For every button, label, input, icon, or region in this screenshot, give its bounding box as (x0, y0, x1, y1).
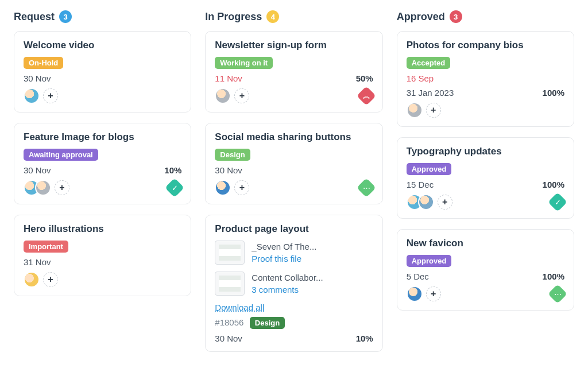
avatar[interactable] (215, 88, 231, 104)
column-count-badge: 3 (59, 10, 72, 23)
add-assignee-button[interactable]: + (55, 180, 69, 195)
add-assignee-button[interactable]: + (426, 103, 441, 118)
attachment-thumbnail[interactable] (215, 272, 245, 296)
assignee-list: + (407, 194, 452, 210)
task-card[interactable]: Newsletter sign-up form Working on it 11… (205, 31, 382, 113)
attachment-row: Content Collabor... 3 comments (215, 272, 373, 296)
task-card[interactable]: Typography updates Approved 15 Dec 100% … (397, 137, 574, 219)
add-assignee-button[interactable]: + (234, 180, 249, 195)
task-progress: 100% (543, 272, 564, 281)
add-assignee-button[interactable]: + (438, 195, 452, 210)
more-icon: ⋯ (548, 284, 567, 304)
avatar[interactable] (24, 88, 40, 104)
task-title: New favicon (407, 238, 564, 249)
column-count-badge: 3 (450, 10, 462, 23)
status-tag: Design (215, 149, 250, 161)
proof-file-link[interactable]: Proof this file (252, 253, 316, 265)
task-date: 30 Nov (215, 334, 242, 343)
attachment-name: _Seven Of The... (252, 241, 316, 253)
task-id: #18056 (215, 317, 243, 327)
avatar[interactable] (407, 286, 423, 302)
attachment-name: Content Collabor... (252, 272, 323, 284)
column-header: In Progress 4 (205, 10, 382, 23)
status-tag: Design (250, 317, 285, 329)
task-date: 30 Nov (24, 73, 51, 83)
avatar[interactable] (418, 194, 434, 210)
task-card[interactable]: Product page layout _Seven Of The... Pro… (205, 215, 382, 352)
assignee-list: + (24, 180, 69, 196)
avatar[interactable] (215, 180, 231, 196)
task-title: Social media sharing buttons (215, 131, 373, 143)
comments-link[interactable]: 3 comments (252, 284, 323, 296)
priority-high-icon: ︽ (357, 86, 376, 106)
assignee-list: + (24, 272, 58, 288)
task-progress: 10% (164, 165, 181, 175)
task-date: 31 Nov (24, 257, 51, 267)
column-title: In Progress (205, 11, 262, 23)
check-icon: ✓ (548, 192, 567, 212)
task-title: Newsletter sign-up form (215, 40, 373, 51)
assignee-list: + (407, 102, 441, 118)
assignee-list: + (215, 180, 249, 196)
attachment-row: _Seven Of The... Proof this file (215, 241, 373, 265)
column-header: Request 3 (14, 10, 191, 23)
check-icon: ✓ (165, 178, 184, 197)
assignee-list: + (24, 88, 58, 104)
avatar[interactable] (407, 102, 423, 118)
task-progress: 100% (543, 88, 564, 98)
add-assignee-button[interactable]: + (234, 88, 249, 103)
task-date: 11 Nov (215, 73, 242, 83)
task-title: Typography updates (407, 146, 564, 157)
task-title: Hero illustrations (24, 223, 181, 235)
task-progress: 100% (543, 180, 564, 189)
task-title: Feature Image for blogs (24, 131, 181, 143)
task-title: Product page layout (215, 223, 373, 235)
task-date-secondary: 31 Jan 2023 (407, 88, 454, 98)
task-card[interactable]: Feature Image for blogs Awaiting approva… (14, 123, 191, 204)
task-date: 15 Dec (407, 180, 434, 189)
kanban-board: Request 3 Welcome video On-Hold 30 Nov +… (14, 10, 574, 362)
task-card[interactable]: Hero illustrations Important 31 Nov + (14, 215, 191, 296)
column-in-progress: In Progress 4 Newsletter sign-up form Wo… (205, 10, 382, 362)
assignee-list: + (407, 286, 441, 302)
task-card[interactable]: Social media sharing buttons Design 30 N… (205, 123, 382, 204)
column-approved: Approved 3 Photos for company bios Accep… (397, 10, 574, 362)
task-date: 5 Dec (407, 272, 429, 281)
status-tag: Important (24, 241, 68, 253)
assignee-list: + (215, 88, 249, 104)
column-title: Request (14, 11, 55, 23)
task-date: 30 Nov (24, 165, 51, 175)
task-date: 16 Sep (407, 73, 434, 83)
avatar[interactable] (35, 180, 51, 196)
more-icon: ⋯ (357, 178, 376, 197)
task-title: Welcome video (24, 40, 181, 51)
add-assignee-button[interactable]: + (426, 286, 441, 301)
column-title: Approved (397, 11, 445, 23)
task-card[interactable]: Photos for company bios Accepted 16 Sep … (397, 31, 574, 127)
task-card[interactable]: Welcome video On-Hold 30 Nov + (14, 31, 191, 113)
avatar[interactable] (24, 272, 40, 288)
status-tag: Accepted (407, 57, 451, 69)
task-title: Photos for company bios (407, 40, 564, 51)
attachment-thumbnail[interactable] (215, 241, 245, 265)
add-assignee-button[interactable]: + (43, 88, 58, 103)
status-tag: Approved (407, 255, 452, 267)
column-count-badge: 4 (266, 10, 279, 23)
add-assignee-button[interactable]: + (43, 272, 58, 287)
status-tag: Approved (407, 163, 452, 175)
task-card[interactable]: New favicon Approved 5 Dec 100% + ⋯ (397, 229, 574, 311)
column-header: Approved 3 (397, 10, 574, 23)
task-progress: 50% (356, 73, 373, 83)
column-request: Request 3 Welcome video On-Hold 30 Nov +… (14, 10, 191, 362)
task-progress: 10% (356, 334, 373, 343)
task-date: 30 Nov (215, 165, 242, 175)
download-all-link[interactable]: Download all (215, 303, 264, 312)
status-tag: Awaiting approval (24, 149, 98, 161)
status-tag: On-Hold (24, 57, 63, 69)
status-tag: Working on it (215, 57, 273, 69)
